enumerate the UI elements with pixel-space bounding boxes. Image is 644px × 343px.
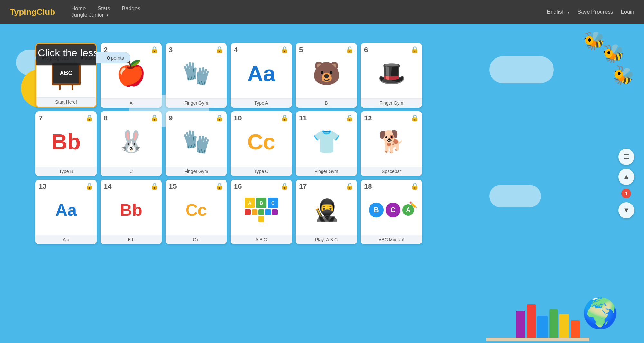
lesson-lock-6: 🔒 xyxy=(411,46,419,53)
lesson-card-16[interactable]: 16 🔒 A B C xyxy=(231,180,292,244)
lesson-label-2: A xyxy=(101,98,162,108)
letter-aa-display: Aa xyxy=(247,61,275,86)
lesson-card-7[interactable]: 7 🔒 Bb Type B xyxy=(35,111,97,176)
lesson-card-18[interactable]: 18 🔒 B C A ✏️ ABC Mix Up! xyxy=(361,180,422,244)
lesson-number-5: 5 xyxy=(299,46,303,54)
scroll-up-button[interactable]: ▲ xyxy=(618,169,634,185)
lesson-number-4: 4 xyxy=(234,46,238,54)
lesson-label-7: Type B xyxy=(35,167,97,176)
jungle-dropdown-arrow: ▾ xyxy=(107,13,109,17)
lesson-card-15[interactable]: 15 🔒 Cc C c xyxy=(166,180,227,244)
lesson-card-4[interactable]: 4 🔒 Aa Type A xyxy=(231,43,292,108)
lesson-card-11[interactable]: 11 🔒 👕 Finger Gym xyxy=(296,111,357,176)
bee-3: 🐝 xyxy=(609,62,637,90)
lesson-lock-2: 🔒 xyxy=(150,46,159,53)
finger-gym-icon-3: 🧤 xyxy=(182,60,210,87)
lesson-lock-16: 🔒 xyxy=(281,182,289,190)
lesson-number-17: 17 xyxy=(299,182,307,191)
dog-icon: 🐕 xyxy=(379,129,405,154)
nav-jungle-junior[interactable]: Jungle Junior ▾ xyxy=(71,12,109,18)
lesson-label-8: C xyxy=(101,167,162,176)
bg-cloud-3 xyxy=(489,56,554,83)
ninja-icon: 🥷 xyxy=(313,198,340,222)
scroll-down-button[interactable]: ▼ xyxy=(618,202,634,218)
tooltip-box: Click the lesson to begin xyxy=(35,43,97,65)
lesson-number-14: 14 xyxy=(104,182,111,191)
progress-points: 0 points xyxy=(101,52,130,63)
lesson-lock-11: 🔒 xyxy=(346,114,354,122)
lesson-label-10: Type C xyxy=(231,167,292,176)
notification-badge: 1 xyxy=(621,189,631,198)
lesson-lock-14: 🔒 xyxy=(150,182,159,190)
globe-icon: 🌍 xyxy=(582,297,618,329)
lesson-card-9[interactable]: 9 🔒 🧤 Finger Gym xyxy=(166,111,227,176)
lesson-card-5[interactable]: 5 🔒 🐻 B xyxy=(296,43,357,108)
lesson-card-6[interactable]: 6 🔒 🎩 Finger Gym xyxy=(361,43,422,108)
lesson-label-3: Finger Gym xyxy=(166,98,227,108)
nav-stats[interactable]: Stats xyxy=(98,5,110,12)
lesson-label-13: A a xyxy=(35,235,97,244)
menu-icon: ☰ xyxy=(623,153,629,161)
lesson-number-13: 13 xyxy=(39,182,46,191)
lesson-lock-13: 🔒 xyxy=(85,182,93,190)
letter-cc-small: Cc xyxy=(186,200,207,220)
lesson-card-13[interactable]: 13 🔒 Aa A a xyxy=(35,180,97,244)
save-progress-link[interactable]: Save Progress xyxy=(577,9,613,15)
shelf-decoration xyxy=(486,338,589,341)
lesson-grid: 1 ABC Start Here! Click the lesson to be… xyxy=(35,43,422,244)
lesson-label-11: Finger Gym xyxy=(296,167,357,176)
main-content: 🐝 🐝 🐝 0% progress 0 stars 0 points 1 ABC xyxy=(0,24,644,343)
side-controls: ☰ ▲ 1 ▼ xyxy=(618,149,634,218)
lesson-number-8: 8 xyxy=(104,114,108,122)
book-5 xyxy=(559,314,569,340)
book-4 xyxy=(549,309,558,340)
language-dropdown-arrow: ▾ xyxy=(568,10,570,14)
down-arrow-icon: ▼ xyxy=(623,206,630,214)
letter-aa-small: Aa xyxy=(55,200,77,220)
lesson-lock-10: 🔒 xyxy=(281,114,289,122)
lesson-lock-4: 🔒 xyxy=(281,46,289,53)
nav-home[interactable]: Home xyxy=(71,5,86,12)
book-6 xyxy=(571,320,580,340)
up-arrow-icon: ▲ xyxy=(623,173,630,180)
brand-logo[interactable]: TypingClub xyxy=(10,7,55,17)
lesson-label-9: Finger Gym xyxy=(166,167,227,176)
main-nav: Home Stats Badges Jungle Junior ▾ xyxy=(71,5,151,18)
lesson-card-17[interactable]: 17 🔒 🥷 Play: A B C xyxy=(296,180,357,244)
lesson-label-5: B xyxy=(296,98,357,108)
lesson-card-1[interactable]: 1 ABC Start Here! Click the lesson to be… xyxy=(35,43,97,108)
lesson-label-18: ABC Mix Up! xyxy=(361,235,422,244)
lesson-label-15: C c xyxy=(166,235,227,244)
bg-cloud-4 xyxy=(489,185,541,207)
lesson-card-8[interactable]: 8 🔒 🐰 C xyxy=(101,111,162,176)
menu-button[interactable]: ☰ xyxy=(618,149,634,165)
finger-gym-icon-6: 🎩 xyxy=(378,60,406,87)
lesson-lock-17: 🔒 xyxy=(346,182,354,190)
bee-2: 🐝 xyxy=(602,43,625,64)
lesson-number-7: 7 xyxy=(39,114,43,122)
lesson-lock-3: 🔒 xyxy=(216,46,224,53)
lesson-card-12[interactable]: 12 🔒 🐕 Spacebar xyxy=(361,111,422,176)
lesson-card-10[interactable]: 10 🔒 Cc Type C xyxy=(231,111,292,176)
book-1 xyxy=(516,311,525,340)
lesson-lock-9: 🔒 xyxy=(216,114,224,122)
lesson-lock-5: 🔒 xyxy=(346,46,354,53)
lesson-lock-18: 🔒 xyxy=(411,182,419,190)
letter-c-display: Cc xyxy=(247,129,275,154)
lesson-number-10: 10 xyxy=(234,114,242,122)
letter-bb-small: Bb xyxy=(120,200,142,220)
globe-decoration: 🌍 xyxy=(582,296,618,330)
navbar: TypingClub Home Stats Badges Jungle Juni… xyxy=(0,0,644,24)
language-selector[interactable]: English ▾ xyxy=(547,9,570,15)
book-2 xyxy=(527,304,536,340)
lesson-card-14[interactable]: 14 🔒 Bb B b xyxy=(101,180,162,244)
login-link[interactable]: Login xyxy=(621,9,634,15)
lesson-card-3[interactable]: 3 🔒 🧤 Finger Gym xyxy=(166,43,227,108)
lesson-number-11: 11 xyxy=(299,114,307,122)
lesson-number-15: 15 xyxy=(169,182,177,191)
lesson-label-14: B b xyxy=(101,235,162,244)
book-3 xyxy=(537,316,548,340)
letter-b-display: Bb xyxy=(52,129,81,154)
nav-badges[interactable]: Badges xyxy=(122,5,140,12)
lesson-label-6: Finger Gym xyxy=(361,98,422,108)
